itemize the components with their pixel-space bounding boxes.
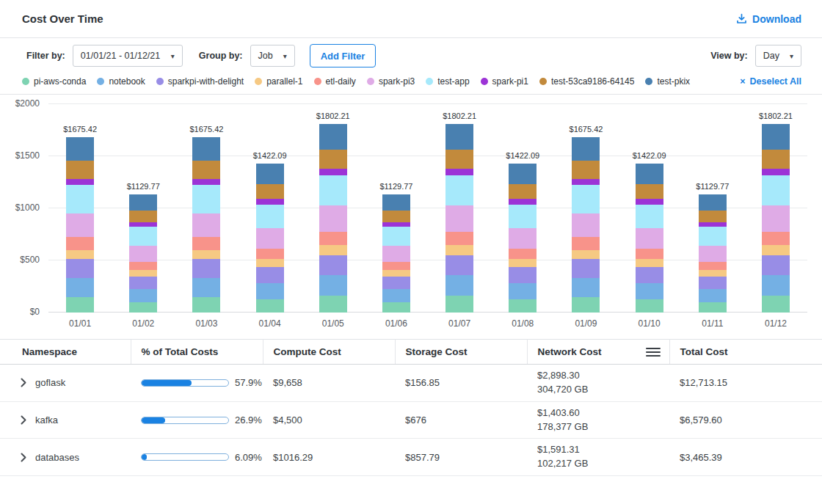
bar-segment-etl-daily[interactable] [445, 232, 473, 245]
bar-segment-etl-daily[interactable] [509, 249, 537, 260]
bar-segment-notebook[interactable] [319, 275, 347, 295]
bar-segment-sparkpi-with-delight[interactable] [129, 277, 157, 289]
bar-segment-pi-aws-conda[interactable] [699, 302, 727, 313]
bar-segment-pi-aws-conda[interactable] [129, 302, 157, 313]
view-by-select[interactable]: Day ▾ [755, 45, 801, 67]
bar-01/07[interactable]: $1802.21 [428, 103, 491, 313]
bar-segment-etl-daily[interactable] [256, 249, 284, 260]
col-header-network-cost[interactable]: Network Cost [527, 340, 669, 365]
bar-segment-test-53ca9186-64145[interactable] [192, 161, 220, 178]
date-range-select[interactable]: 01/01/21 - 01/12/21 ▾ [73, 45, 183, 67]
bar-segment-test-53ca9186-64145[interactable] [319, 150, 347, 169]
bar-segment-test-53ca9186-64145[interactable] [572, 161, 600, 178]
bar-segment-test-pkix[interactable] [509, 164, 537, 183]
bar-segment-test-app[interactable] [129, 227, 157, 246]
bar-segment-parallel-1[interactable] [509, 259, 537, 267]
bar-segment-sparkpi-with-delight[interactable] [636, 267, 663, 283]
bar-segment-sparkpi-with-delight[interactable] [66, 259, 94, 278]
bar-segment-test-app[interactable] [762, 175, 790, 205]
bar-segment-notebook[interactable] [445, 275, 473, 295]
bar-segment-test-pkix[interactable] [445, 124, 473, 149]
bar-segment-notebook[interactable] [192, 278, 220, 297]
bar-segment-etl-daily[interactable] [129, 262, 157, 271]
bar-segment-test-53ca9186-64145[interactable] [699, 211, 727, 222]
bar-segment-spark-pi3[interactable] [319, 205, 347, 231]
bar-segment-test-app[interactable] [382, 227, 410, 246]
bar-segment-test-pkix[interactable] [762, 124, 790, 149]
bar-segment-test-pkix[interactable] [382, 194, 410, 211]
legend-item-sparkpi-with-delight[interactable]: sparkpi-with-delight [156, 76, 244, 87]
bar-segment-notebook[interactable] [699, 289, 727, 302]
bar-segment-test-app[interactable] [509, 205, 537, 229]
bar-segment-spark-pi3[interactable] [636, 228, 663, 249]
bar-segment-spark-pi3[interactable] [129, 246, 157, 262]
legend-item-test-app[interactable]: test-app [426, 76, 469, 87]
bar-segment-test-53ca9186-64145[interactable] [382, 211, 410, 222]
legend-item-pi-aws-conda[interactable]: pi-aws-conda [22, 76, 86, 87]
bar-segment-pi-aws-conda[interactable] [66, 297, 94, 313]
legend-item-notebook[interactable]: notebook [97, 76, 145, 87]
bar-segment-etl-daily[interactable] [382, 262, 410, 271]
bar-01/04[interactable]: $1422.09 [239, 103, 302, 313]
bar-segment-test-53ca9186-64145[interactable] [66, 161, 94, 178]
bar-segment-pi-aws-conda[interactable] [319, 296, 347, 313]
download-button[interactable]: Download [736, 13, 801, 25]
bar-segment-parallel-1[interactable] [699, 270, 727, 277]
col-header-namespace[interactable]: Namespace [0, 340, 131, 365]
bar-segment-spark-pi1[interactable] [636, 199, 663, 204]
menu-icon[interactable] [646, 347, 661, 357]
bar-segment-parallel-1[interactable] [762, 245, 790, 255]
bar-segment-test-pkix[interactable] [572, 137, 600, 161]
bar-segment-pi-aws-conda[interactable] [636, 299, 663, 313]
bar-segment-sparkpi-with-delight[interactable] [445, 255, 473, 275]
bar-segment-spark-pi1[interactable] [509, 199, 537, 204]
legend-item-spark-pi1[interactable]: spark-pi1 [481, 76, 528, 87]
bar-segment-notebook[interactable] [509, 283, 537, 299]
expand-chevron-icon[interactable] [21, 453, 26, 462]
bar-segment-parallel-1[interactable] [319, 245, 347, 255]
bar-segment-test-pkix[interactable] [66, 137, 94, 161]
bar-segment-test-app[interactable] [66, 185, 94, 213]
bar-segment-etl-daily[interactable] [66, 237, 94, 249]
bar-segment-test-53ca9186-64145[interactable] [256, 184, 284, 200]
bar-segment-pi-aws-conda[interactable] [256, 299, 284, 313]
bar-segment-spark-pi3[interactable] [572, 213, 600, 238]
bar-segment-pi-aws-conda[interactable] [572, 297, 600, 313]
bar-segment-parallel-1[interactable] [636, 259, 663, 267]
legend-item-spark-pi3[interactable]: spark-pi3 [367, 76, 415, 87]
expand-chevron-icon[interactable] [21, 415, 26, 425]
bar-segment-test-pkix[interactable] [256, 164, 284, 183]
deselect-all-button[interactable]: × Deselect All [730, 76, 801, 87]
bar-segment-notebook[interactable] [572, 278, 600, 297]
bar-01/12[interactable]: $1802.21 [744, 103, 807, 313]
bar-segment-test-pkix[interactable] [319, 124, 347, 149]
expand-chevron-icon[interactable] [21, 378, 26, 387]
bar-segment-spark-pi1[interactable] [445, 169, 473, 175]
bar-segment-sparkpi-with-delight[interactable] [699, 277, 727, 289]
col-header-storage-cost[interactable]: Storage Cost [395, 340, 527, 365]
col-header-percent-of-total[interactable]: % of Total Costs [131, 340, 263, 365]
bar-segment-etl-daily[interactable] [572, 237, 600, 249]
bar-segment-spark-pi1[interactable] [256, 199, 284, 204]
bar-segment-etl-daily[interactable] [319, 232, 347, 245]
bar-segment-test-53ca9186-64145[interactable] [762, 150, 790, 169]
bar-segment-test-53ca9186-64145[interactable] [445, 150, 473, 169]
group-by-select[interactable]: Job ▾ [250, 45, 295, 67]
bar-segment-sparkpi-with-delight[interactable] [256, 267, 284, 283]
bar-segment-sparkpi-with-delight[interactable] [192, 259, 220, 278]
bar-segment-test-app[interactable] [445, 175, 473, 205]
bar-01/05[interactable]: $1802.21 [302, 103, 365, 313]
col-header-compute-cost[interactable]: Compute Cost [263, 340, 395, 365]
legend-item-test-pkix[interactable]: test-pkix [645, 76, 690, 87]
col-header-total-cost[interactable]: Total Cost [669, 340, 822, 365]
bar-segment-spark-pi3[interactable] [256, 228, 284, 249]
bar-segment-test-53ca9186-64145[interactable] [636, 184, 663, 200]
bar-segment-test-pkix[interactable] [129, 194, 157, 211]
bar-segment-parallel-1[interactable] [572, 250, 600, 260]
bar-segment-test-53ca9186-64145[interactable] [129, 211, 157, 222]
bar-segment-test-app[interactable] [319, 175, 347, 205]
bar-segment-sparkpi-with-delight[interactable] [319, 255, 347, 275]
bar-segment-etl-daily[interactable] [699, 262, 727, 271]
legend-item-test-53ca9186-64145[interactable]: test-53ca9186-64145 [539, 76, 634, 87]
bar-segment-spark-pi3[interactable] [509, 228, 537, 249]
